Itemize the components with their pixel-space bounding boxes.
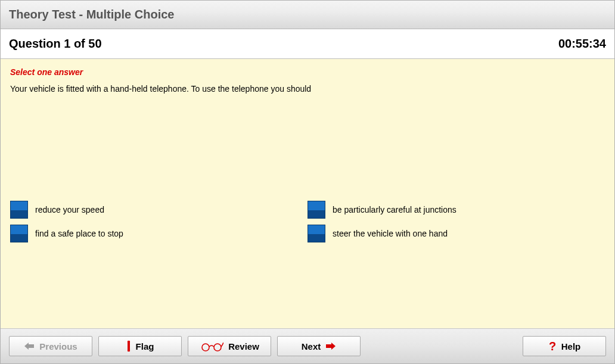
footer-toolbar: Previous Flag Review Next	[1, 329, 614, 363]
answer-option-c[interactable]: find a safe place to stop	[10, 225, 308, 242]
instruction-text: Select one answer	[10, 67, 605, 77]
svg-point-1	[127, 341, 129, 343]
titlebar: Theory Test - Multiple Choice	[1, 1, 614, 29]
flag-icon	[126, 340, 131, 352]
question-mark-icon: ?	[548, 340, 557, 352]
answer-option-b[interactable]: be particularly careful at junctions	[308, 201, 605, 219]
glasses-icon	[200, 341, 223, 351]
svg-point-3	[202, 344, 209, 351]
help-button[interactable]: ? Help	[523, 336, 606, 356]
review-button[interactable]: Review	[188, 336, 271, 356]
previous-button[interactable]: Previous	[9, 336, 92, 356]
answer-checkbox-icon	[10, 201, 28, 219]
review-label: Review	[228, 341, 259, 351]
app-title: Theory Test - Multiple Choice	[9, 8, 174, 21]
next-label: Next	[302, 341, 321, 351]
svg-text:?: ?	[549, 340, 556, 352]
question-panel: Select one answer Your vehicle is fitted…	[1, 59, 614, 329]
answer-option-a[interactable]: reduce your speed	[10, 201, 308, 219]
arrow-right-icon	[325, 342, 336, 350]
question-counter: Question 1 of 50	[9, 37, 102, 51]
answer-checkbox-icon	[308, 225, 325, 242]
timer: 00:55:34	[558, 37, 606, 51]
help-label: Help	[561, 341, 581, 351]
next-button[interactable]: Next	[277, 336, 361, 356]
answers-grid: reduce your speed be particularly carefu…	[10, 201, 605, 242]
answer-label: reduce your speed	[35, 205, 104, 214]
svg-point-4	[214, 344, 221, 351]
answer-label: steer the vehicle with one hand	[333, 229, 448, 238]
question-text: Your vehicle is fitted with a hand-held …	[10, 84, 605, 94]
answer-label: find a safe place to stop	[35, 229, 123, 238]
answer-checkbox-icon	[308, 201, 325, 219]
arrow-left-icon	[24, 342, 35, 350]
flag-label: Flag	[136, 341, 154, 351]
flag-button[interactable]: Flag	[98, 336, 182, 356]
answer-option-d[interactable]: steer the vehicle with one hand	[308, 225, 605, 242]
status-bar: Question 1 of 50 00:55:34	[1, 29, 614, 59]
answer-checkbox-icon	[10, 225, 28, 242]
answer-label: be particularly careful at junctions	[333, 205, 456, 214]
app-window: Theory Test - Multiple Choice Question 1…	[0, 0, 615, 364]
svg-point-2	[127, 349, 129, 351]
previous-label: Previous	[39, 341, 77, 351]
